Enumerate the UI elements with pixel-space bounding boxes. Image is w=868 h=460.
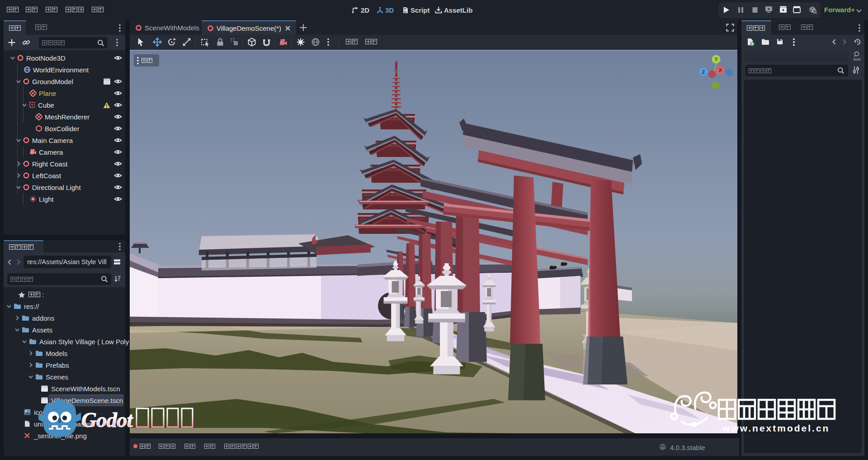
svg-text:X: X: [719, 67, 722, 73]
svg-text:www.nextmodel.cn: www.nextmodel.cn: [722, 423, 830, 433]
svg-text:DOC: DOC: [854, 57, 861, 62]
svg-text:Y: Y: [715, 57, 718, 62]
svg-text:Z: Z: [702, 69, 705, 75]
svg-text:Godot: Godot: [81, 408, 133, 432]
